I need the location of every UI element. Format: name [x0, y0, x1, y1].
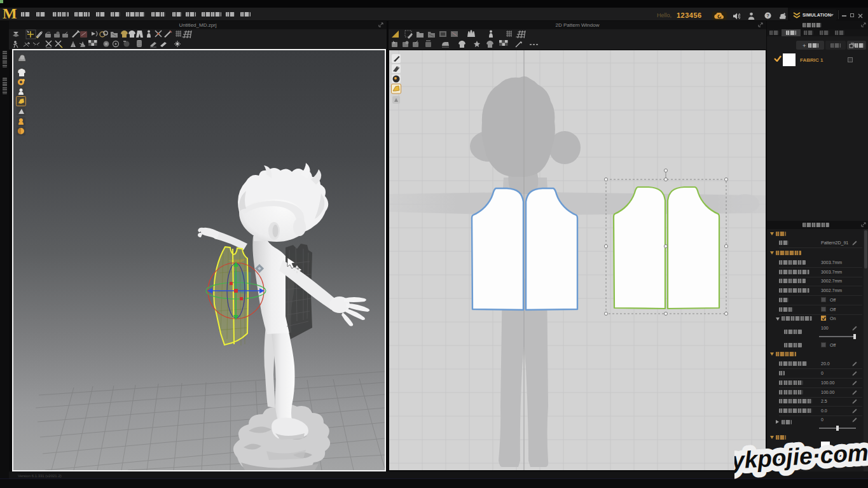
- svg-text:ykpojie·com: ykpojie·com: [734, 440, 868, 474]
- svg-text:?: ?: [766, 13, 769, 18]
